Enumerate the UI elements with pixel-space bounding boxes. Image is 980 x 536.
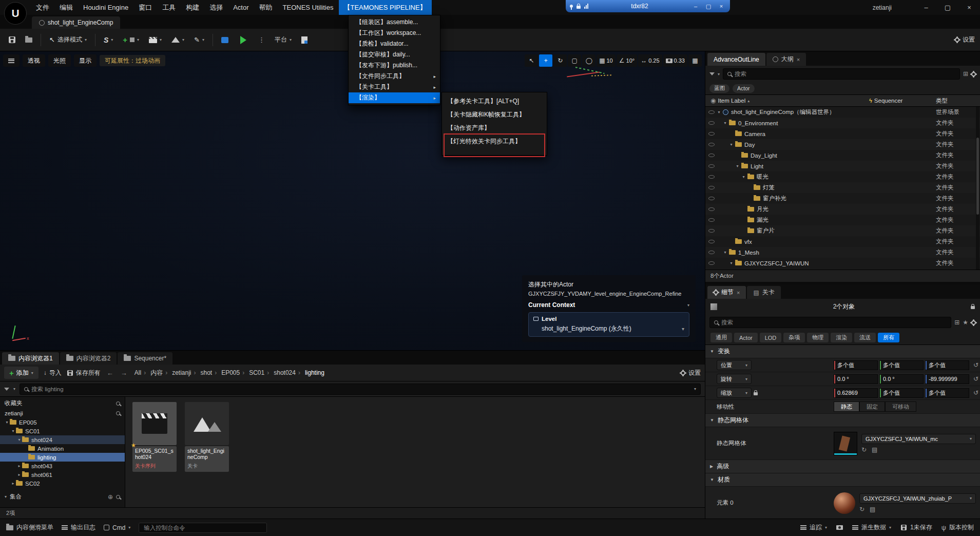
visibility-toggle-icon[interactable] xyxy=(708,164,715,168)
asset-thumbnail[interactable] xyxy=(132,402,177,445)
axis-field[interactable]: 0.62869 xyxy=(834,388,878,398)
folder-tree-row[interactable]: ▸ shot061 xyxy=(0,470,125,479)
details-settings-icon[interactable] xyxy=(971,320,976,325)
folder-tree-row[interactable]: ▸ shot043 xyxy=(0,462,125,470)
expand-arrow[interactable]: ▸ xyxy=(16,472,22,477)
scrollbar-thumb[interactable] xyxy=(976,138,979,215)
outliner-row[interactable]: vfx 文件夹 xyxy=(705,236,980,247)
details-filter-button[interactable]: LOD xyxy=(760,333,782,342)
search-icon[interactable] xyxy=(116,495,120,499)
static-mesh-asset-combo[interactable]: GJXYCZSFCJ_YAIWUN_mc▾ xyxy=(861,434,976,444)
add-collection-button[interactable]: ⊕ xyxy=(108,493,113,501)
expand-arrow[interactable]: ▾ xyxy=(16,437,22,442)
remote-session-bar[interactable]: tdxr82 – ▢ × xyxy=(566,0,730,12)
breadcrumb-item[interactable]: EP005 xyxy=(220,369,248,376)
outliner-settings-icon[interactable] xyxy=(971,72,976,76)
section-materials[interactable]: ▼ 材质 xyxy=(705,473,980,487)
asset-label-plate[interactable]: shot_light_EngineComp 关卡 xyxy=(185,446,229,472)
tab-shot-light-enginecomp[interactable]: shot_light_EngineComp xyxy=(32,16,120,29)
selection-mode-dropdown[interactable]: ↖ 选择模式 ▾ xyxy=(46,32,90,48)
camera-speed-button[interactable]: 0.33 xyxy=(663,54,687,67)
visibility-toggle-icon[interactable] xyxy=(708,121,715,125)
world-space-button[interactable]: ◯ xyxy=(582,54,595,67)
section-advanced[interactable]: ▶ 高级 xyxy=(705,460,980,473)
close-icon[interactable]: × xyxy=(737,290,740,296)
tab-advance-outline[interactable]: AdvanceOutLine xyxy=(707,53,765,66)
filter-icon[interactable] xyxy=(709,72,715,75)
material-thumbnail[interactable] xyxy=(834,492,855,514)
filter-chip[interactable]: 蓝图 xyxy=(709,84,729,93)
outliner-row[interactable]: Camera 文件夹 xyxy=(705,128,980,139)
visibility-toggle-icon[interactable] xyxy=(708,207,715,211)
render-submenu-item[interactable]: 【灯光特效关卡同步工具】 xyxy=(442,135,547,148)
outliner-row[interactable]: ▾ 1_Mesh 文件夹 xyxy=(705,247,980,258)
close-icon[interactable]: × xyxy=(797,56,800,63)
add-button[interactable]: +添加▾ xyxy=(4,367,39,379)
expand-sections-button[interactable]: ⊞ xyxy=(954,319,959,326)
mobility-option[interactable]: 可移动 xyxy=(885,401,916,412)
visibility-column-icon[interactable]: ◉ xyxy=(710,97,716,104)
menu-item[interactable]: 帮助 xyxy=(254,0,278,15)
folder-tree-row[interactable]: ▾ EP005 xyxy=(0,418,125,427)
unsaved-button[interactable]: 1未保存 xyxy=(900,523,932,532)
scale-lock-icon[interactable] xyxy=(754,392,758,395)
tab-outliner[interactable]: 大纲 × xyxy=(766,53,806,66)
content-browser-tab[interactable]: 内容浏览器2 xyxy=(60,352,117,365)
axis-field[interactable]: 多个值 xyxy=(834,360,878,370)
content-drawer-button[interactable]: 内容侧滑菜单 xyxy=(6,523,53,532)
expand-arrow[interactable]: ▾ xyxy=(728,261,734,265)
scale-snap-toggle[interactable]: ↔ 0.25 xyxy=(638,54,662,67)
details-filter-button[interactable]: 杂项 xyxy=(783,333,805,342)
menu-item-teamones-pipeline[interactable]: 【TEAMONES PIPELINE】 xyxy=(339,0,432,15)
rotation-snap-toggle[interactable]: ∠ 10° xyxy=(617,54,637,67)
menu-item[interactable]: 选择 xyxy=(204,0,228,15)
save-all-button[interactable]: 保存所有 xyxy=(67,369,101,377)
viewport-layout-button[interactable]: ▦ xyxy=(688,54,702,67)
expand-arrow[interactable]: ▾ xyxy=(4,420,10,425)
menu-item[interactable]: 构建 xyxy=(181,0,204,15)
details-filter-button[interactable]: 通用 xyxy=(710,333,732,342)
chevron-down-icon[interactable]: ▾ xyxy=(682,326,684,332)
expand-arrow[interactable]: ▾ xyxy=(728,142,734,147)
outliner-search-box[interactable] xyxy=(723,68,960,80)
folder-tree-row[interactable]: Animation xyxy=(0,444,125,453)
visibility-toggle-icon[interactable] xyxy=(708,197,715,200)
visibility-toggle-icon[interactable] xyxy=(708,218,715,222)
platform-dropdown[interactable]: 平台▾ xyxy=(271,32,295,48)
visibility-toggle-icon[interactable] xyxy=(708,186,715,189)
details-search-input[interactable] xyxy=(721,319,947,326)
asset-tile[interactable]: ★ shot_light_EngineComp 关卡 xyxy=(185,402,229,472)
visibility-toggle-icon[interactable] xyxy=(708,154,715,157)
axis-field[interactable]: -89.999999 xyxy=(925,374,969,384)
modes-brush-dropdown[interactable]: ✎▾ xyxy=(190,32,208,48)
viewport-perspective-button[interactable]: 透视 xyxy=(23,54,45,67)
settings-button[interactable]: 设置 xyxy=(955,35,975,44)
browse-to-asset-icon[interactable]: ▤ xyxy=(872,446,877,453)
forward-button[interactable]: → xyxy=(120,369,128,377)
visibility-toggle-icon[interactable] xyxy=(708,110,715,114)
scalability-badge[interactable]: 可延展性：过场动画 xyxy=(100,55,165,66)
menu-item[interactable]: Houdini Engine xyxy=(78,0,133,15)
pipeline-menu-item[interactable]: 【质检】validator... xyxy=(349,39,440,49)
visibility-toggle-icon[interactable] xyxy=(708,175,715,179)
reset-to-default-icon[interactable]: ↺ xyxy=(971,389,980,396)
viewport-lit-button[interactable]: 光照 xyxy=(48,54,71,67)
pin-icon[interactable] xyxy=(570,5,573,8)
outliner-row[interactable]: ▾ 0_Environment 文件夹 xyxy=(705,118,980,128)
content-browser-tab[interactable]: 内容浏览器1 xyxy=(2,352,59,365)
reset-to-default-icon[interactable]: ↺ xyxy=(971,361,980,369)
chevron-down-icon[interactable]: ▾ xyxy=(13,387,15,391)
asset-thumbnail[interactable] xyxy=(185,402,229,445)
folder-tree-row[interactable]: ▾ shot024 xyxy=(0,435,125,444)
asset-grid[interactable]: ★ EP005_SC01_shot024 关卡序列 ★ xyxy=(125,397,705,507)
back-button[interactable]: ← xyxy=(106,369,114,377)
root-folder-header[interactable]: zetianji xyxy=(0,408,125,418)
browse-content-button[interactable] xyxy=(22,32,36,48)
level-context-box[interactable]: Level shot_light_EngineComp (永久性) ▾ xyxy=(528,312,689,337)
render-submenu-item[interactable]: 【关卡隐藏和K帧恢复工具】 xyxy=(442,108,547,121)
unreal-logo-icon[interactable]: U xyxy=(4,2,27,25)
column-sequencer-label[interactable]: Sequencer xyxy=(874,98,903,104)
section-transform[interactable]: ▼ 变换 xyxy=(705,345,980,358)
breadcrumb-item[interactable]: lighting xyxy=(304,369,325,376)
axis-field[interactable]: 多个值 xyxy=(925,360,969,370)
